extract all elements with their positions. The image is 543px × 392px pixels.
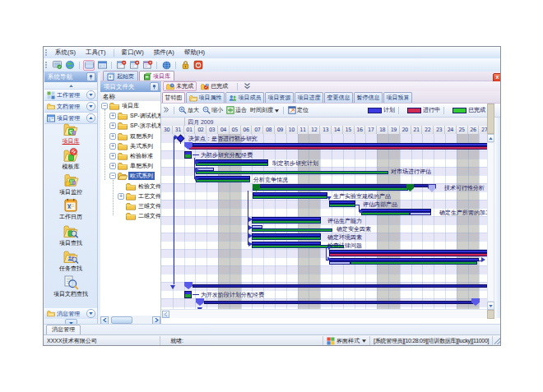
chevron-down-icon[interactable] [86,309,95,318]
tree-item-工艺文件[interactable]: +工艺文件 [100,191,160,201]
gantt-horizontal-scrollbar[interactable] [161,309,487,318]
gantt-tool-放大[interactable]: 放大 [179,106,199,114]
calendar-badge-button[interactable] [128,60,140,71]
gantt-bar[interactable] [253,196,327,199]
gantt-bar[interactable] [253,187,408,191]
tree-item-美式系列[interactable]: +美式系列 [100,141,160,151]
pin-icon[interactable] [150,82,159,91]
calendar-remove-button[interactable] [115,60,127,71]
menu-item-2[interactable]: 工具(T) [81,47,111,58]
gantt-bar[interactable] [329,253,487,256]
scroll-right-icon[interactable] [152,316,160,325]
gantt-bar[interactable] [189,146,487,150]
tree-expander-plus[interactable]: + [109,122,116,129]
chevron-down-icon[interactable] [86,90,95,99]
tab-message-management[interactable]: 消息管理 [46,325,81,335]
window-table-button[interactable] [96,60,108,71]
tree-expander-minus[interactable]: − [109,173,116,179]
menu-item-1[interactable]: 系统(S) [50,47,81,58]
tab-项目库[interactable]: 项目库 [139,71,174,81]
sidebar-item-模板库[interactable]: 模板库 [44,147,97,173]
gantt-bar[interactable] [329,261,350,265]
scroll-down-icon[interactable] [487,302,494,310]
gantt-vertical-scrollbar[interactable] [487,104,494,311]
help-globe-button[interactable] [160,60,172,71]
scroll-up-icon[interactable] [487,134,494,142]
globe-button[interactable] [64,60,76,71]
menubar-grip[interactable] [45,49,48,57]
sidebar-bottom-group[interactable]: 消息管理 [44,308,97,319]
chevron-down-icon[interactable] [86,102,95,111]
tree-item-二维文件[interactable]: 二维文件 [100,211,160,221]
gantt-tool-时间刻度[interactable]: 时间刻度 [250,106,279,114]
status-style-selector[interactable]: 界面样式 [323,336,370,345]
tree-item-SP-演示机系[interactable]: +SP-演示机系 [100,121,160,131]
gantt-tab-项目进度[interactable]: 项目进度 [295,92,323,103]
gantt-chart[interactable]: 决策点：是否进行初步研究为初步研究分配经费制定初步研究计划对市场进行评估分析竞争… [161,134,487,309]
gantt-bar[interactable] [361,212,410,215]
gantt-tab-甘特图[interactable]: 甘特图 [162,92,185,103]
menu-item-3[interactable]: 窗口(W) [117,47,149,58]
task-box[interactable] [184,151,192,159]
gantt-tab-项目属性[interactable]: 项目属性 [186,92,225,103]
menu-item-5[interactable]: 帮助(H) [179,47,210,58]
gantt-bar[interactable] [193,284,487,288]
tree-expander-plus[interactable]: + [109,113,116,119]
gantt-bar[interactable] [204,301,473,304]
chevron-double-right-icon[interactable] [164,107,169,113]
tree-item-双肥系列[interactable]: +双肥系列 [100,131,160,141]
gantt-tab-暂停信息[interactable]: 暂停信息 [354,92,383,103]
gantt-bar[interactable] [410,212,431,215]
tree-item-检验文件[interactable]: 检验文件 [100,182,160,191]
gantt-bar[interactable] [350,261,477,265]
gantt-tab-项目成员[interactable]: 项目成员 [225,92,264,103]
gantt-tab-变更信息[interactable]: 变更信息 [324,92,353,103]
tree-expander-plus[interactable]: + [109,163,116,169]
power-button[interactable] [193,60,204,71]
tree-expander-plus[interactable]: + [109,143,116,150]
sidebar-item-项目文档查找[interactable]: 项目文档查找 [44,274,97,300]
tree-item-项目库[interactable]: −项目库 [100,101,160,111]
sidebar-item-工作日历[interactable]: 工作日历 [44,198,97,224]
gantt-tab-项目预算[interactable]: 项目预算 [383,92,412,103]
toolbar-grip[interactable] [45,62,48,69]
gantt-bar[interactable] [252,220,321,224]
filter-未完成[interactable]: 未完成 [163,81,197,91]
tree-expander-plus[interactable]: + [118,193,124,200]
gantt-bar[interactable] [252,237,321,240]
gantt-tool-定位[interactable]: 定位 [288,106,309,114]
sidebar-group-文档管理[interactable]: 文档管理 [44,101,97,113]
scroll-left-icon[interactable] [162,311,169,318]
tree-expander-plus[interactable]: + [109,133,116,140]
tree-expander-minus[interactable]: − [101,103,108,109]
tree-item-检验标准[interactable]: +检验标准 [100,151,160,161]
sidebar-item-项目监控[interactable]: 项目监控 [44,173,97,198]
sidebar-group-消息管理[interactable]: 消息管理 [44,308,97,320]
tree-scrollbar-thumb[interactable] [111,316,132,324]
task-box[interactable] [184,291,192,298]
display-button[interactable] [51,60,63,71]
gantt-tool-适合[interactable]: 适合 [226,106,247,114]
sidebar-item-项目查找[interactable]: 项目查找 [44,224,97,249]
tree-item-SP-调试机系[interactable]: +SP-调试机系 [100,111,160,121]
gantt-bar[interactable] [196,171,388,174]
gantt-bar[interactable] [196,163,268,166]
filter-已完成[interactable]: 已完成 [198,82,230,90]
pin-icon[interactable] [86,72,95,81]
chevron-double-down-icon[interactable] [244,83,250,90]
gantt-bar[interactable] [329,204,355,207]
scroll-left-icon[interactable] [100,316,109,325]
calendar-badge2-button[interactable] [142,60,153,71]
tree-item-单肥系列[interactable]: +单肥系列 [100,161,160,171]
tree-expander-plus[interactable]: + [109,153,116,159]
tree-item-欧式系列[interactable]: −欧式系列 [100,171,160,181]
resize-grip[interactable] [494,337,500,344]
gantt-bar[interactable] [196,179,250,182]
tree-item-三维文件[interactable]: 三维文件 [100,201,160,211]
lock-button[interactable] [179,60,191,71]
sidebar-group-工作管理[interactable]: 工作管理 [44,90,97,101]
sidebar-item-任务查找[interactable]: 任务查找 [44,249,97,274]
folder-blue-button[interactable] [83,60,95,71]
scrollbar-track[interactable] [487,142,494,302]
gantt-tool-缩小[interactable]: 缩小 [202,106,223,114]
